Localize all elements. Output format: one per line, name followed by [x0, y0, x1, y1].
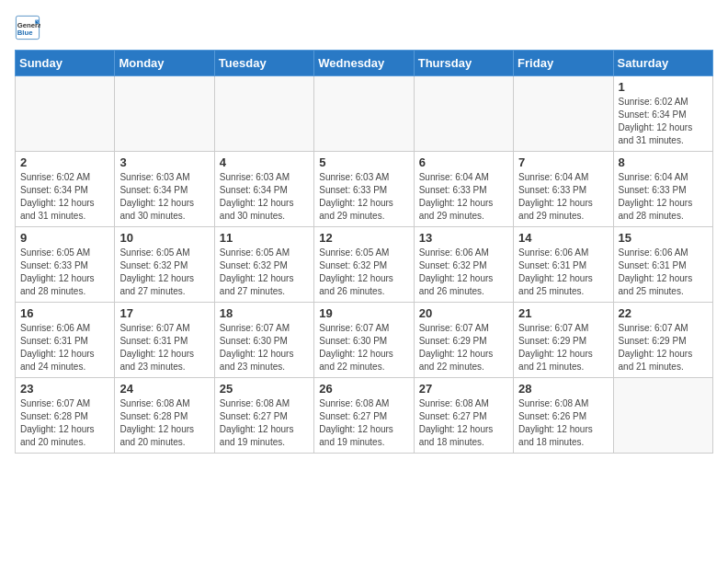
day-info: Sunrise: 6:07 AM Sunset: 6:30 PM Dayligh… — [220, 322, 309, 373]
col-monday: Monday — [115, 51, 214, 76]
calendar-week-row: 2Sunrise: 6:02 AM Sunset: 6:34 PM Daylig… — [16, 152, 713, 227]
calendar-cell — [613, 378, 712, 454]
day-number: 10 — [119, 231, 209, 245]
day-number: 15 — [619, 231, 708, 245]
day-number: 20 — [419, 306, 508, 320]
day-number: 21 — [518, 306, 608, 320]
day-number: 1 — [619, 80, 708, 94]
calendar-week-row: 23Sunrise: 6:07 AM Sunset: 6:28 PM Dayli… — [16, 378, 713, 454]
calendar-cell: 12Sunrise: 6:05 AM Sunset: 6:32 PM Dayli… — [314, 227, 414, 303]
col-thursday: Thursday — [414, 51, 513, 76]
calendar-cell: 26Sunrise: 6:08 AM Sunset: 6:27 PM Dayli… — [314, 378, 414, 454]
day-info: Sunrise: 6:03 AM Sunset: 6:34 PM Dayligh… — [220, 171, 309, 223]
calendar-cell: 24Sunrise: 6:08 AM Sunset: 6:28 PM Dayli… — [115, 378, 214, 454]
day-number: 22 — [619, 306, 708, 320]
calendar-week-row: 16Sunrise: 6:06 AM Sunset: 6:31 PM Dayli… — [16, 303, 713, 378]
calendar-cell: 2Sunrise: 6:02 AM Sunset: 6:34 PM Daylig… — [16, 152, 115, 227]
day-info: Sunrise: 6:05 AM Sunset: 6:33 PM Dayligh… — [20, 247, 109, 298]
day-number: 19 — [319, 306, 408, 320]
day-info: Sunrise: 6:07 AM Sunset: 6:29 PM Dayligh… — [518, 322, 608, 373]
day-number: 9 — [20, 231, 109, 245]
day-number: 2 — [20, 155, 109, 169]
day-number: 6 — [419, 155, 508, 169]
calendar-cell: 5Sunrise: 6:03 AM Sunset: 6:33 PM Daylig… — [314, 152, 414, 227]
calendar-cell — [214, 76, 313, 152]
calendar-cell: 17Sunrise: 6:07 AM Sunset: 6:31 PM Dayli… — [115, 303, 214, 378]
calendar-cell: 14Sunrise: 6:06 AM Sunset: 6:31 PM Dayli… — [514, 227, 613, 303]
calendar-cell: 1Sunrise: 6:02 AM Sunset: 6:34 PM Daylig… — [613, 76, 712, 152]
day-info: Sunrise: 6:08 AM Sunset: 6:28 PM Dayligh… — [119, 397, 209, 449]
day-info: Sunrise: 6:08 AM Sunset: 6:27 PM Dayligh… — [319, 397, 408, 449]
day-number: 28 — [518, 382, 608, 396]
calendar-cell — [414, 76, 513, 152]
logo: General Blue — [15, 15, 44, 40]
calendar-week-row: 1Sunrise: 6:02 AM Sunset: 6:34 PM Daylig… — [16, 76, 713, 152]
calendar-cell: 25Sunrise: 6:08 AM Sunset: 6:27 PM Dayli… — [214, 378, 313, 454]
day-number: 12 — [319, 231, 408, 245]
day-number: 14 — [518, 231, 608, 245]
day-info: Sunrise: 6:06 AM Sunset: 6:31 PM Dayligh… — [20, 322, 109, 373]
day-info: Sunrise: 6:05 AM Sunset: 6:32 PM Dayligh… — [319, 247, 408, 298]
day-info: Sunrise: 6:07 AM Sunset: 6:29 PM Dayligh… — [419, 322, 508, 373]
col-friday: Friday — [514, 51, 613, 76]
day-number: 8 — [619, 155, 708, 169]
logo-icon: General Blue — [15, 15, 40, 40]
day-number: 27 — [419, 382, 508, 396]
day-number: 17 — [119, 306, 209, 320]
day-number: 7 — [518, 155, 608, 169]
day-number: 4 — [220, 155, 309, 169]
day-info: Sunrise: 6:02 AM Sunset: 6:34 PM Dayligh… — [20, 171, 109, 223]
calendar-cell: 18Sunrise: 6:07 AM Sunset: 6:30 PM Dayli… — [214, 303, 313, 378]
calendar-cell: 20Sunrise: 6:07 AM Sunset: 6:29 PM Dayli… — [414, 303, 513, 378]
col-sunday: Sunday — [16, 51, 115, 76]
calendar-cell: 4Sunrise: 6:03 AM Sunset: 6:34 PM Daylig… — [214, 152, 313, 227]
calendar-header-row: Sunday Monday Tuesday Wednesday Thursday… — [16, 51, 713, 76]
calendar-cell: 3Sunrise: 6:03 AM Sunset: 6:34 PM Daylig… — [115, 152, 214, 227]
calendar-table: Sunday Monday Tuesday Wednesday Thursday… — [15, 50, 713, 454]
page-header: General Blue — [15, 15, 713, 40]
day-info: Sunrise: 6:06 AM Sunset: 6:31 PM Dayligh… — [619, 247, 708, 298]
day-info: Sunrise: 6:05 AM Sunset: 6:32 PM Dayligh… — [119, 247, 209, 298]
day-info: Sunrise: 6:06 AM Sunset: 6:32 PM Dayligh… — [419, 247, 508, 298]
day-info: Sunrise: 6:08 AM Sunset: 6:27 PM Dayligh… — [220, 397, 309, 449]
day-info: Sunrise: 6:05 AM Sunset: 6:32 PM Dayligh… — [220, 247, 309, 298]
calendar-cell: 22Sunrise: 6:07 AM Sunset: 6:29 PM Dayli… — [613, 303, 712, 378]
col-tuesday: Tuesday — [214, 51, 313, 76]
day-info: Sunrise: 6:03 AM Sunset: 6:33 PM Dayligh… — [319, 171, 408, 223]
day-number: 3 — [119, 155, 209, 169]
calendar-cell: 11Sunrise: 6:05 AM Sunset: 6:32 PM Dayli… — [214, 227, 313, 303]
day-number: 5 — [319, 155, 408, 169]
day-number: 13 — [419, 231, 508, 245]
calendar-cell: 8Sunrise: 6:04 AM Sunset: 6:33 PM Daylig… — [613, 152, 712, 227]
day-number: 23 — [20, 382, 109, 396]
calendar-cell: 9Sunrise: 6:05 AM Sunset: 6:33 PM Daylig… — [16, 227, 115, 303]
calendar-cell — [514, 76, 613, 152]
svg-text:Blue: Blue — [17, 29, 33, 37]
day-info: Sunrise: 6:07 AM Sunset: 6:30 PM Dayligh… — [319, 322, 408, 373]
day-number: 16 — [20, 306, 109, 320]
col-wednesday: Wednesday — [314, 51, 414, 76]
day-number: 24 — [119, 382, 209, 396]
day-info: Sunrise: 6:02 AM Sunset: 6:34 PM Dayligh… — [619, 96, 708, 147]
day-info: Sunrise: 6:03 AM Sunset: 6:34 PM Dayligh… — [119, 171, 209, 223]
calendar-cell — [314, 76, 414, 152]
day-info: Sunrise: 6:04 AM Sunset: 6:33 PM Dayligh… — [518, 171, 608, 223]
day-info: Sunrise: 6:06 AM Sunset: 6:31 PM Dayligh… — [518, 247, 608, 298]
calendar-week-row: 9Sunrise: 6:05 AM Sunset: 6:33 PM Daylig… — [16, 227, 713, 303]
day-info: Sunrise: 6:08 AM Sunset: 6:27 PM Dayligh… — [419, 397, 508, 449]
day-number: 18 — [220, 306, 309, 320]
day-number: 11 — [220, 231, 309, 245]
day-number: 25 — [220, 382, 309, 396]
day-info: Sunrise: 6:04 AM Sunset: 6:33 PM Dayligh… — [419, 171, 508, 223]
day-number: 26 — [319, 382, 408, 396]
calendar-cell: 21Sunrise: 6:07 AM Sunset: 6:29 PM Dayli… — [514, 303, 613, 378]
calendar-cell: 13Sunrise: 6:06 AM Sunset: 6:32 PM Dayli… — [414, 227, 513, 303]
calendar-cell: 7Sunrise: 6:04 AM Sunset: 6:33 PM Daylig… — [514, 152, 613, 227]
calendar-cell: 6Sunrise: 6:04 AM Sunset: 6:33 PM Daylig… — [414, 152, 513, 227]
calendar-cell: 10Sunrise: 6:05 AM Sunset: 6:32 PM Dayli… — [115, 227, 214, 303]
calendar-cell: 23Sunrise: 6:07 AM Sunset: 6:28 PM Dayli… — [16, 378, 115, 454]
calendar-cell: 15Sunrise: 6:06 AM Sunset: 6:31 PM Dayli… — [613, 227, 712, 303]
day-info: Sunrise: 6:04 AM Sunset: 6:33 PM Dayligh… — [619, 171, 708, 223]
calendar-cell — [115, 76, 214, 152]
calendar-cell — [16, 76, 115, 152]
